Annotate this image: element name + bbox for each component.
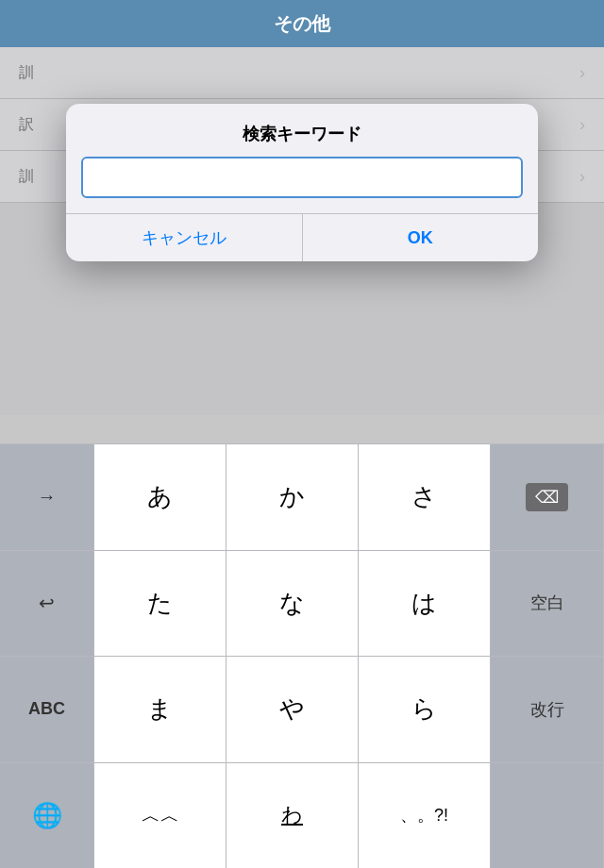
kb-key-ta[interactable]: た xyxy=(94,551,226,657)
kb-key-punctuation[interactable]: 、。?! xyxy=(359,763,491,869)
kb-key-empty xyxy=(491,763,604,869)
kb-key-undo[interactable]: ↩ xyxy=(0,551,94,657)
keyboard: → あ か さ ⌫ ↩ た な は 空白 ABC ま や ら 改行 🌐 ︿︿ わ… xyxy=(0,443,604,868)
ok-button[interactable]: OK xyxy=(303,214,539,261)
nav-title: その他 xyxy=(274,11,330,37)
kb-key-wa[interactable]: わ xyxy=(226,763,359,869)
kb-key-abc[interactable]: ABC xyxy=(0,657,94,762)
kb-key-ra[interactable]: ら xyxy=(359,657,491,762)
kb-key-ma[interactable]: ま xyxy=(94,657,226,762)
kb-key-return[interactable]: 改行 xyxy=(491,657,604,762)
kb-key-globe[interactable]: 🌐 xyxy=(0,763,94,869)
nav-bar: その他 xyxy=(0,0,604,47)
kb-row-3: ABC ま や ら 改行 xyxy=(0,656,604,762)
kb-key-ha[interactable]: は xyxy=(359,551,491,657)
search-dialog: 検索キーワード キャンセル OK xyxy=(66,104,538,261)
kb-row-2: ↩ た な は 空白 xyxy=(0,550,604,657)
kb-key-arrow-right[interactable]: → xyxy=(0,444,94,550)
kb-key-ka[interactable]: か xyxy=(226,444,359,550)
kb-row-1: → あ か さ ⌫ xyxy=(0,443,604,550)
kb-key-na[interactable]: な xyxy=(226,551,359,657)
kb-row-4: 🌐 ︿︿ わ 、。?! xyxy=(0,762,604,869)
kb-key-delete[interactable]: ⌫ xyxy=(491,444,604,550)
search-keyword-input[interactable] xyxy=(81,157,523,198)
dialog-buttons: キャンセル OK xyxy=(66,213,538,261)
delete-icon: ⌫ xyxy=(526,483,568,511)
spacer xyxy=(0,415,604,443)
cancel-button[interactable]: キャンセル xyxy=(66,214,303,261)
kb-key-sa[interactable]: さ xyxy=(359,444,491,550)
kb-key-dakuten[interactable]: ︿︿ xyxy=(94,763,226,869)
dialog-input-wrap xyxy=(66,157,538,213)
list-area: 訓 › 訳 › 訓 › 検索キーワード キャンセル OK xyxy=(0,47,604,415)
kb-key-a[interactable]: あ xyxy=(94,444,226,550)
dialog-title: 検索キーワード xyxy=(66,104,538,157)
kb-key-ya[interactable]: や xyxy=(226,657,359,762)
kb-key-space[interactable]: 空白 xyxy=(491,551,604,657)
